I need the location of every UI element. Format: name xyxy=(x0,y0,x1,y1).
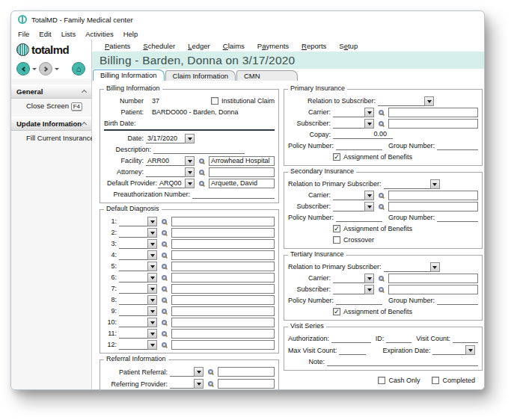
dropdown-icon[interactable] xyxy=(147,262,157,271)
max-visit-count-field[interactable] xyxy=(339,346,366,355)
authorization-field[interactable] xyxy=(331,334,371,343)
diagnosis-combobox[interactable] xyxy=(119,284,157,294)
attorney-search-button[interactable] xyxy=(196,167,207,177)
dropdown-icon[interactable] xyxy=(147,306,157,316)
carrier-name-field[interactable] xyxy=(388,274,478,283)
toolbar-payments[interactable]: Payments xyxy=(257,42,289,50)
patient-referral-field[interactable] xyxy=(218,367,275,377)
assignment-of-benefits-checkbox[interactable]: Assignment of Benefits xyxy=(333,308,412,315)
group-number-field[interactable] xyxy=(437,296,478,305)
institutional-claim-checkbox[interactable]: Institutional Claim xyxy=(211,97,275,105)
relation-combobox[interactable] xyxy=(378,96,434,106)
diagnosis-search-button[interactable] xyxy=(159,329,170,339)
diagnosis-description-field[interactable] xyxy=(171,239,275,249)
checkbox-icon[interactable] xyxy=(333,153,340,161)
dropdown-icon[interactable] xyxy=(364,119,374,129)
subscriber-name-field[interactable] xyxy=(388,119,478,129)
diagnosis-description-field[interactable] xyxy=(171,318,275,327)
checkbox-icon[interactable] xyxy=(211,97,218,105)
diagnosis-combobox[interactable] xyxy=(119,239,157,249)
dropdown-icon[interactable] xyxy=(147,273,157,282)
subscriber-combobox[interactable] xyxy=(333,285,374,294)
carrier-combobox[interactable] xyxy=(333,191,374,200)
carrier-combobox[interactable] xyxy=(333,274,374,283)
policy-number-field[interactable] xyxy=(336,296,382,305)
diagnosis-description-field[interactable] xyxy=(171,306,275,316)
subscriber-search-button[interactable] xyxy=(376,285,387,294)
carrier-combobox[interactable] xyxy=(333,108,374,117)
group-number-field[interactable] xyxy=(437,141,478,150)
toolbar-scheduler[interactable]: Scheduler xyxy=(143,42,175,50)
diagnosis-combobox[interactable] xyxy=(119,306,157,316)
dropdown-icon[interactable] xyxy=(147,318,157,327)
date-value[interactable]: 3/17/2020 xyxy=(146,135,185,143)
dropdown-icon[interactable] xyxy=(364,202,374,211)
dropdown-icon[interactable] xyxy=(364,108,374,117)
dropdown-icon[interactable] xyxy=(147,228,157,238)
subscriber-search-button[interactable] xyxy=(376,202,387,211)
diagnosis-search-button[interactable] xyxy=(159,262,170,271)
diagnosis-search-button[interactable] xyxy=(159,306,170,316)
provider-search-button[interactable] xyxy=(196,179,207,188)
referring-provider-field[interactable] xyxy=(218,379,275,389)
diagnosis-combobox[interactable] xyxy=(119,295,157,305)
provider-name-field[interactable]: Arquette, David xyxy=(209,179,275,188)
title-bar[interactable]: TotalMD - Family Medical center xyxy=(11,11,484,28)
relation-combobox[interactable] xyxy=(384,262,440,272)
visit-count-field[interactable] xyxy=(453,334,478,343)
menu-lists[interactable]: Lists xyxy=(61,30,76,38)
diagnosis-search-button[interactable] xyxy=(159,250,170,260)
completed-checkbox[interactable]: Completed xyxy=(432,377,475,384)
note-field[interactable] xyxy=(327,357,478,366)
sidebar-item-close-screen[interactable]: Close Screen F4 xyxy=(11,99,91,112)
diagnosis-description-field[interactable] xyxy=(171,250,275,260)
menu-file[interactable]: File xyxy=(18,30,29,38)
search-button[interactable] xyxy=(205,367,216,377)
dropdown-icon[interactable] xyxy=(147,295,157,305)
diagnosis-combobox[interactable] xyxy=(119,217,157,226)
menu-help[interactable]: Help xyxy=(123,30,138,38)
diagnosis-search-button[interactable] xyxy=(159,228,170,238)
diagnosis-combobox[interactable] xyxy=(119,250,157,260)
facility-combobox[interactable]: ARR00 xyxy=(146,156,195,166)
diagnosis-description-field[interactable] xyxy=(171,273,275,282)
carrier-search-button[interactable] xyxy=(376,274,387,283)
checkbox-icon[interactable] xyxy=(333,225,340,232)
subscriber-combobox[interactable] xyxy=(333,119,374,129)
carrier-search-button[interactable] xyxy=(376,108,387,117)
toolbar-reports[interactable]: Reports xyxy=(302,42,326,50)
forward-dropdown-icon[interactable] xyxy=(55,68,59,72)
diagnosis-search-button[interactable] xyxy=(159,284,170,294)
id-field[interactable] xyxy=(386,334,411,343)
dropdown-icon[interactable] xyxy=(185,179,195,188)
home-button[interactable]: ⌂ xyxy=(72,62,85,75)
dropdown-icon[interactable] xyxy=(194,367,204,377)
diagnosis-search-button[interactable] xyxy=(159,217,170,226)
carrier-search-button[interactable] xyxy=(376,191,387,200)
toolbar-ledger[interactable]: Ledger xyxy=(188,42,210,50)
tab-claim-information[interactable]: Claim Information xyxy=(165,70,236,81)
checkbox-icon[interactable] xyxy=(378,377,385,384)
dropdown-icon[interactable] xyxy=(147,340,157,350)
assignment-of-benefits-checkbox[interactable]: Assignment of Benefits xyxy=(333,153,412,161)
diagnosis-combobox[interactable] xyxy=(119,273,157,282)
dropdown-icon[interactable] xyxy=(424,96,434,106)
provider-code[interactable]: ARQ00 xyxy=(158,179,185,188)
menu-activities[interactable]: Activities xyxy=(85,30,113,38)
diagnosis-description-field[interactable] xyxy=(171,340,275,350)
group-number-field[interactable] xyxy=(437,213,478,222)
facility-name-field[interactable]: Arrowhead Hospital xyxy=(209,156,275,166)
diagnosis-description-field[interactable] xyxy=(171,217,275,226)
diagnosis-combobox[interactable] xyxy=(119,329,157,339)
sidebar-section-general[interactable]: General xyxy=(11,84,91,99)
dropdown-icon[interactable] xyxy=(147,239,157,249)
diagnosis-description-field[interactable] xyxy=(171,329,275,339)
diagnosis-search-button[interactable] xyxy=(159,273,170,282)
toolbar-setup[interactable]: Setup xyxy=(339,42,358,50)
carrier-name-field[interactable] xyxy=(388,191,478,200)
dropdown-icon[interactable] xyxy=(147,250,157,260)
subscriber-search-button[interactable] xyxy=(376,119,387,129)
dropdown-icon[interactable] xyxy=(185,156,195,166)
dropdown-icon[interactable] xyxy=(430,179,440,189)
menu-edit[interactable]: Edit xyxy=(39,30,51,38)
